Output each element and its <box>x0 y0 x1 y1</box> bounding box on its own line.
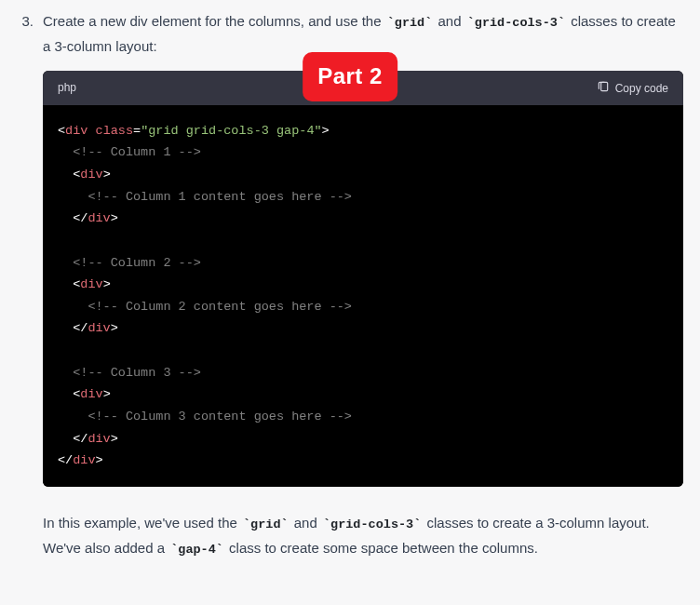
code-body: <div class="grid grid-cols-3 gap-4"> <!-… <box>43 105 683 487</box>
copy-code-button[interactable]: Copy code <box>597 80 668 96</box>
code-line: <!-- Column 2 content goes here --> <box>58 296 668 318</box>
inline-code: `grid-cols-3` <box>465 15 567 31</box>
code-line: <!-- Column 3 --> <box>58 362 668 384</box>
text-part: and <box>434 13 464 29</box>
code-line: </div> <box>58 208 668 230</box>
code-line: <!-- Column 1 --> <box>58 141 668 164</box>
inline-code: `grid` <box>241 517 290 532</box>
inline-code: `grid` <box>385 15 435 31</box>
part-badge: Part 2 <box>303 52 397 101</box>
code-line: <div> <box>58 164 668 186</box>
text-part: and <box>290 515 321 531</box>
code-line: <!-- Column 2 --> <box>58 252 668 275</box>
inline-code: `grid-cols-3` <box>321 517 423 532</box>
code-line: <div> <box>58 274 668 296</box>
code-language-label: php <box>58 78 76 97</box>
text-part: class to create some space between the c… <box>225 540 538 556</box>
explanation-paragraph: In this example, we've used the `grid` a… <box>43 511 657 561</box>
copy-code-label: Copy code <box>615 82 668 95</box>
code-block: php Copy code <div class="grid grid-cols… <box>43 71 683 486</box>
code-line: <!-- Column 1 content goes here --> <box>58 186 668 208</box>
text-part: In this example, we've used the <box>43 515 241 531</box>
code-line: <div class="grid grid-cols-3 gap-4"> <box>58 120 668 142</box>
svg-rect-0 <box>600 82 607 90</box>
code-line: <!-- Column 3 content goes here --> <box>58 406 668 428</box>
ordered-list-item: 3. Create a new div element for the colu… <box>17 9 683 58</box>
code-line: ​ <box>58 230 668 252</box>
list-number: 3. <box>17 9 34 58</box>
clipboard-icon <box>597 80 610 96</box>
code-line: ​ <box>58 340 668 362</box>
code-line: </div> <box>58 428 668 450</box>
code-line: </div> <box>58 450 668 472</box>
code-line: <div> <box>58 383 668 406</box>
inline-code: `gap-4` <box>168 542 225 558</box>
code-line: </div> <box>58 317 668 340</box>
text-part: Create a new div element for the columns… <box>43 13 385 29</box>
list-text: Create a new div element for the columns… <box>43 9 683 58</box>
